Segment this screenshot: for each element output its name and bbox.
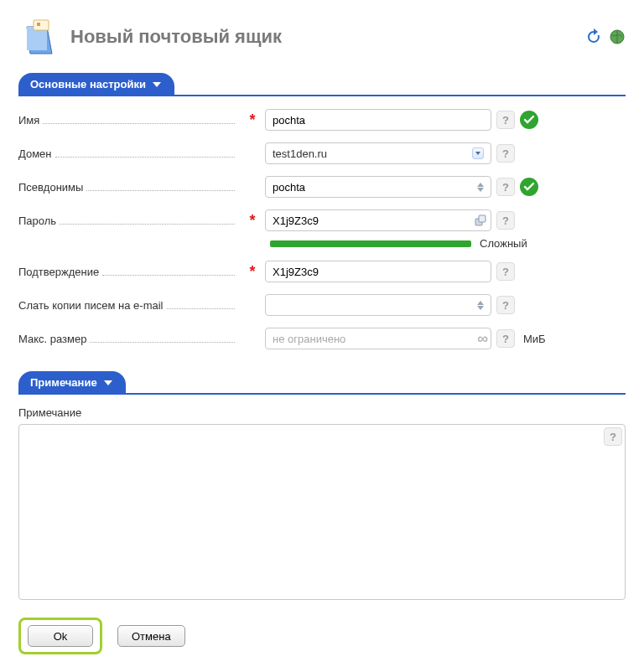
svg-rect-1 bbox=[37, 23, 40, 26]
valid-icon bbox=[520, 111, 538, 129]
domain-selected-value: test1den.ru bbox=[273, 147, 327, 160]
row-maxsize: Макс. размер ∞ ? МиБ bbox=[18, 327, 626, 350]
aliases-input[interactable] bbox=[265, 176, 491, 198]
globe-icon[interactable] bbox=[609, 28, 626, 45]
copies-input[interactable] bbox=[265, 294, 491, 316]
label-notes: Примечание bbox=[18, 406, 626, 419]
name-input[interactable] bbox=[265, 109, 491, 131]
button-row: Ok Отмена bbox=[18, 618, 626, 654]
row-password: Пароль * ? bbox=[18, 209, 626, 232]
label-maxsize: Макс. размер bbox=[18, 333, 86, 345]
unit-label: МиБ bbox=[523, 333, 546, 345]
ok-button[interactable]: Ok bbox=[28, 625, 93, 647]
row-copies: Слать копии писем на e-mail ? bbox=[18, 293, 626, 317]
section-main-label: Основные настройки bbox=[30, 78, 146, 90]
notes-wrap: ? bbox=[18, 424, 626, 602]
page-header: Новый почтовый ящик bbox=[18, 17, 626, 57]
chevron-down-icon bbox=[104, 380, 112, 385]
stepper-icon[interactable] bbox=[473, 297, 488, 313]
label-aliases: Псевдонимы bbox=[18, 181, 83, 194]
section-notes-label: Примечание bbox=[30, 376, 97, 389]
row-confirm: Подтверждение * ? bbox=[18, 260, 626, 283]
stepper-icon[interactable] bbox=[473, 179, 488, 194]
cancel-button[interactable]: Отмена bbox=[117, 625, 185, 647]
page-title: Новый почтовый ящик bbox=[70, 26, 574, 48]
help-icon[interactable]: ? bbox=[496, 144, 515, 163]
row-name: Имя * ? bbox=[18, 108, 626, 132]
header-actions bbox=[585, 28, 626, 45]
dots bbox=[43, 123, 235, 124]
required-icon: * bbox=[245, 212, 260, 230]
strength-bar bbox=[270, 240, 471, 247]
help-icon[interactable]: ? bbox=[604, 427, 622, 446]
required-icon: * bbox=[245, 263, 260, 281]
password-input[interactable] bbox=[265, 209, 491, 231]
valid-icon bbox=[520, 178, 538, 196]
required-icon: * bbox=[245, 111, 260, 129]
strength-label: Сложный bbox=[480, 237, 527, 250]
mailbox-icon bbox=[18, 17, 59, 57]
domain-select[interactable]: test1den.ru bbox=[265, 142, 491, 164]
section-notes-tab[interactable]: Примечание bbox=[18, 371, 126, 394]
help-icon[interactable]: ? bbox=[496, 262, 515, 281]
help-icon[interactable]: ? bbox=[496, 329, 515, 348]
chevron-down-icon bbox=[153, 82, 161, 87]
row-aliases: Псевдонимы ? bbox=[18, 175, 626, 199]
help-icon[interactable]: ? bbox=[496, 211, 515, 230]
generate-icon[interactable] bbox=[473, 213, 488, 228]
label-copies: Слать копии писем на e-mail bbox=[18, 299, 164, 312]
notes-textarea[interactable] bbox=[18, 424, 626, 600]
label-domain: Домен bbox=[18, 147, 52, 160]
help-icon[interactable]: ? bbox=[496, 178, 515, 196]
chevron-down-icon bbox=[472, 147, 484, 159]
help-icon[interactable]: ? bbox=[496, 296, 515, 314]
password-strength: Сложный bbox=[270, 237, 626, 250]
refresh-icon[interactable] bbox=[585, 28, 602, 45]
svg-rect-4 bbox=[479, 215, 486, 222]
confirm-input[interactable] bbox=[265, 261, 491, 282]
label-password: Пароль bbox=[18, 215, 56, 227]
section-main-tab[interactable]: Основные настройки bbox=[18, 73, 174, 96]
row-domain: Домен test1den.ru ? bbox=[18, 142, 626, 165]
svg-rect-0 bbox=[34, 20, 49, 30]
maxsize-input[interactable] bbox=[265, 328, 491, 349]
label-name: Имя bbox=[18, 114, 39, 127]
label-confirm: Подтверждение bbox=[18, 266, 99, 278]
ok-highlight: Ok bbox=[18, 618, 102, 654]
help-icon[interactable]: ? bbox=[496, 111, 515, 129]
infinity-icon: ∞ bbox=[477, 330, 488, 348]
